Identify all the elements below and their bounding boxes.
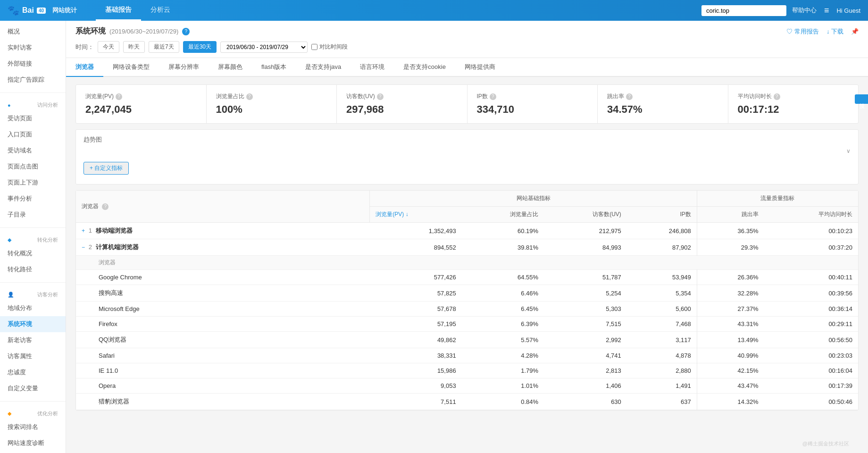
row-uv-0: 212,975 — [544, 223, 627, 239]
sub-row-pv-1: 57,825 — [370, 285, 462, 302]
sub-row-name-8: 猎豹浏览器 — [76, 394, 370, 410]
sidebar-item-new-old[interactable]: 新老访客 — [0, 332, 66, 348]
table-row: − 2 计算机端浏览器 894,552 39.81% 84,993 87,902… — [76, 239, 858, 256]
sub-row-pv-8: 7,511 — [370, 394, 462, 410]
metric-pv-value: 2,247,045 — [85, 103, 197, 116]
browser-col-help[interactable]: ? — [102, 203, 108, 210]
time-btn-today[interactable]: 今天 — [98, 41, 119, 53]
sub-row-ip-2: 5,600 — [627, 302, 697, 317]
sub-row: Microsoft Edge 57,678 6.45% 5,303 5,600 … — [76, 302, 858, 317]
row-pv-1: 894,552 — [370, 239, 462, 256]
sub-row: 搜狗高速 57,825 6.46% 5,254 5,354 32.28% 00:… — [76, 285, 858, 302]
metric-bounce: 跳出率 ? 34.57% — [598, 85, 728, 123]
sidebar-item-subdir[interactable]: 子目录 — [0, 207, 66, 223]
metric-ip-help[interactable]: ? — [490, 93, 496, 100]
sub-row-bounce-3: 43.31% — [697, 317, 764, 332]
nav-link-basic[interactable]: 基础报告 — [96, 0, 141, 21]
sub-row-name-2: Microsoft Edge — [76, 302, 370, 317]
tab-java[interactable]: 是否支持java — [296, 58, 351, 77]
tab-resolution[interactable]: 屏幕分辨率 — [159, 58, 209, 77]
time-btn-7days[interactable]: 最近7天 — [149, 41, 179, 53]
time-filter: 时间： 今天 昨天 最近7天 最近30天 2019/06/30 - 2019/0… — [75, 41, 859, 58]
compare-checkbox[interactable]: 对比时间段 — [311, 43, 348, 51]
compare-checkbox-input[interactable] — [311, 44, 317, 50]
row-avgtime-0: 00:10:23 — [764, 223, 858, 239]
row-avgtime-1: 00:37:20 — [764, 239, 858, 256]
sub-row-pv-ratio-7: 1.01% — [462, 378, 544, 394]
sidebar-item-conv-path[interactable]: 转化路径 — [0, 261, 66, 277]
row-uv-1: 84,993 — [544, 239, 627, 256]
sub-row-bounce-4: 13.49% — [697, 332, 764, 348]
sidebar-item-geo[interactable]: 地域分布 — [0, 300, 66, 316]
metric-bounce-help[interactable]: ? — [626, 93, 633, 100]
sidebar-item-updown[interactable]: 页面上下游 — [0, 175, 66, 191]
metric-bounce-value: 34.57% — [607, 103, 718, 116]
sidebar: 概况 实时访客 外部链接 指定广告跟踪 ● 访问分析 受访页面 入口页面 受访域… — [0, 21, 66, 418]
sub-row-bounce-6: 42.15% — [697, 363, 764, 378]
sidebar-item-event[interactable]: 事件分析 — [0, 191, 66, 207]
pin-action[interactable]: 📌 — [851, 27, 859, 36]
trend-collapse-btn[interactable]: ∨ — [846, 148, 851, 154]
sidebar-section-visit: ● 访问分析 受访页面 入口页面 受访域名 页面点击图 页面上下游 事件分析 子… — [0, 95, 66, 226]
col-pv-header[interactable]: 浏览量(PV) ↓ — [370, 207, 462, 223]
time-range-select[interactable]: 2019/06/30 - 2019/07/29 — [220, 42, 308, 53]
feedback-btn[interactable]: 反馈 — [855, 94, 868, 104]
trend-title: 趋势图 — [83, 135, 851, 144]
metric-pv-ratio-help[interactable]: ? — [246, 93, 253, 100]
download-action[interactable]: ↓ 下载 — [826, 27, 843, 36]
logo[interactable]: 🐾 Bai 40 网站统计 — [8, 5, 77, 16]
sub-row-avgtime-7: 00:17:39 — [764, 378, 858, 394]
site-search-box[interactable]: ▼ — [701, 5, 786, 16]
time-btn-yesterday[interactable]: 昨天 — [123, 41, 145, 53]
tab-flash[interactable]: flash版本 — [252, 58, 296, 77]
sidebar-item-realtime[interactable]: 实时访客 — [0, 40, 66, 56]
tab-cookie[interactable]: 是否支持cookie — [394, 58, 455, 77]
site-search-input[interactable] — [706, 7, 773, 14]
row-pv-ratio-0: 60.19% — [462, 223, 544, 239]
help-center-link[interactable]: 帮助中心 — [792, 6, 817, 15]
sidebar-item-visit-domain[interactable]: 受访域名 — [0, 143, 66, 159]
row-expand-0[interactable]: + — [82, 227, 85, 234]
sidebar-item-conversion[interactable]: 转化概况 — [0, 245, 66, 261]
sub-row-name-1: 搜狗高速 — [76, 285, 370, 302]
tab-browser[interactable]: 浏览器 — [66, 58, 103, 77]
sub-row-ip-1: 5,354 — [627, 285, 697, 302]
metric-uv-help[interactable]: ? — [377, 93, 384, 100]
metric-bounce-label: 跳出率 ? — [607, 92, 718, 101]
sidebar-item-overview[interactable]: 概况 — [0, 24, 66, 40]
tab-color[interactable]: 屏幕颜色 — [209, 58, 252, 77]
sub-row-pv-5: 38,331 — [370, 348, 462, 363]
sidebar-item-custom-var[interactable]: 自定义变量 — [0, 380, 66, 396]
metric-pv-help[interactable]: ? — [116, 93, 122, 100]
custom-metrics-btn[interactable]: + 自定义指标 — [83, 162, 129, 175]
tab-device[interactable]: 网络设备类型 — [103, 58, 159, 77]
row-ip-1: 87,902 — [627, 239, 697, 256]
metric-uv-value: 297,968 — [346, 103, 458, 116]
sidebar-item-ad[interactable]: 指定广告跟踪 — [0, 72, 66, 88]
row-bounce-0: 36.35% — [697, 223, 764, 239]
sidebar-item-entry-page[interactable]: 入口页面 — [0, 126, 66, 143]
time-btn-30days[interactable]: 最近30天 — [183, 41, 217, 53]
page-info-icon[interactable]: ? — [182, 28, 190, 35]
top-navigation: 🐾 Bai 40 网站统计 基础报告 分析云 ▼ 帮助中心 ≡ Hi Guest — [0, 0, 868, 21]
sidebar-item-heatmap[interactable]: 页面点击图 — [0, 159, 66, 175]
sub-row-avgtime-4: 00:56:50 — [764, 332, 858, 348]
row-expand-1[interactable]: − — [82, 244, 85, 251]
metrics-row: 浏览量(PV) ? 2,247,045 浏览量占比 ? 100% 访客数(UV)… — [75, 84, 859, 124]
tab-network[interactable]: 网络提供商 — [455, 58, 505, 77]
favorite-action[interactable]: ♡ 常用报告 — [786, 27, 819, 36]
sub-row-pv-6: 15,986 — [370, 363, 462, 378]
sidebar-item-loyalty[interactable]: 忠诚度 — [0, 364, 66, 380]
tab-lang[interactable]: 语言环境 — [351, 58, 394, 77]
sub-row-name-4: QQ浏览器 — [76, 332, 370, 348]
sidebar-item-external[interactable]: 外部链接 — [0, 56, 66, 72]
metric-avg-time-help[interactable]: ? — [774, 93, 780, 100]
top-nav-links: 基础报告 分析云 — [96, 0, 180, 21]
sub-row-uv-8: 630 — [544, 394, 627, 410]
sidebar-item-sys-env[interactable]: 系统环境 — [0, 316, 66, 332]
sidebar-header-conversion: ◆ 转化分析 — [0, 233, 66, 245]
sidebar-item-visited-page[interactable]: 受访页面 — [0, 110, 66, 126]
sidebar-item-visitor-attr[interactable]: 访客属性 — [0, 348, 66, 364]
nav-link-analysis[interactable]: 分析云 — [141, 0, 180, 21]
menu-icon[interactable]: ≡ — [824, 6, 829, 16]
